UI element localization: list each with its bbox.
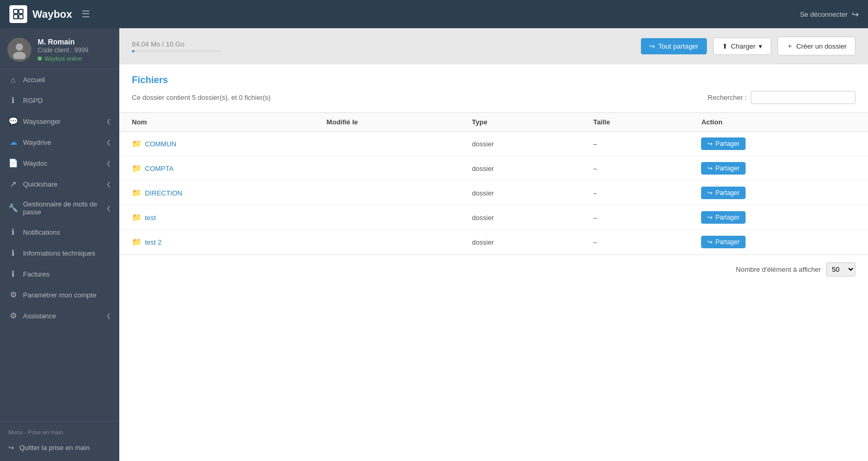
search-input[interactable] [751,91,855,104]
sidebar-item-infos-techniques[interactable]: ℹ Informations techniques [0,243,119,263]
table-row: 📁 COMPTA dossier – ↪ Partager [119,156,868,181]
col-modified: Modifié le [314,113,459,132]
sidebar-item-notifications[interactable]: ℹ Notifications [0,222,119,243]
page-size-select[interactable]: 50 10 25 100 [826,262,855,276]
folder-icon-test: 📁 [132,213,142,222]
share-all-label: Tout partager [658,42,698,50]
status-dot [38,56,42,61]
hamburger-icon[interactable]: ☰ [82,8,90,20]
svg-point-5 [13,52,26,59]
files-count: Ce dossier contient 5 dossier(s), et 0 f… [132,94,270,101]
chevron-waydrive: ❮ [106,139,111,146]
nav-label-notifications: Notifications [23,228,111,236]
cell-action-commun: ↪ Partager [689,132,868,156]
upload-chevron: ▾ [759,42,762,50]
cell-nom: 📁 test 2 [119,230,314,255]
share-button-commun[interactable]: ↪ Partager [701,137,746,150]
sidebar-item-quickshare[interactable]: ↗ Quickshare ❮ [0,174,119,194]
chevron-assistance: ❮ [106,313,111,319]
table-head: Nom Modifié le Type Taille Action [119,113,868,132]
quit-prise-en-main[interactable]: ↪ Quitter la prise en main [0,439,119,457]
files-footer: Nombre d'élément à afficher 50 10 25 100 [119,255,868,284]
share-button-test2[interactable]: ↪ Partager [701,236,746,248]
nav-label-parametrer: Paramétrer mon compte [23,291,111,299]
logo-icon [9,5,27,23]
sidebar-item-rgpd[interactable]: ℹ RGPD [0,90,119,111]
table-row: 📁 test 2 dossier – ↪ Partager [119,230,868,255]
svg-rect-0 [14,9,18,14]
home-icon: ⌂ [8,75,18,84]
share-button-direction[interactable]: ↪ Partager [701,187,746,199]
info-icon-factures: ℹ [8,269,18,279]
pagination-label: Nombre d'élément à afficher [736,266,821,273]
folder-icon-direction: 📁 [132,188,142,198]
folder-name-compta: COMPTA [145,165,174,172]
chat-icon: 💬 [8,117,18,126]
cell-action-direction: ↪ Partager [689,181,868,205]
toolbar: 84.04 Mo / 10 Go ↪ Tout partager ⬆ Charg… [119,28,868,64]
sidebar-item-assistance[interactable]: ⚙ Assistance ❮ [0,305,119,326]
sidebar-item-gestionnaire[interactable]: 🔧 Gestionnaire de mots de passe ❮ [0,194,119,222]
folder-link-direction[interactable]: 📁 DIRECTION [132,188,301,198]
create-folder-icon: ＋ [786,41,793,51]
cell-action-test: ↪ Partager [689,205,868,230]
files-title: Fichiers [132,75,168,86]
create-folder-button[interactable]: ＋ Créer un dossier [777,37,855,55]
cell-type-test: dossier [459,205,581,230]
folder-name-test2: test 2 [145,238,162,246]
folder-link-test[interactable]: 📁 test [132,213,301,222]
chevron-wayssenger: ❮ [106,118,111,125]
gear-icon-assistance: ⚙ [8,311,18,320]
col-action: Action [689,113,868,132]
sidebar-item-waydoc[interactable]: 📄 Waydoc ❮ [0,153,119,174]
chevron-gestionnaire: ❮ [106,205,111,212]
storage-bar [132,50,221,52]
info-icon-rgpd: ℹ [8,96,18,105]
table-row: 📁 DIRECTION dossier – ↪ Partager [119,181,868,205]
nav-label-rgpd: RGPD [23,97,111,105]
share-button-compta[interactable]: ↪ Partager [701,162,746,175]
folder-name-commun: COMMUN [145,140,176,148]
quit-icon: ↪ [8,444,14,452]
share-icon-commun: ↪ [707,140,713,147]
sidebar-item-parametrer[interactable]: ⚙ Paramétrer mon compte [0,284,119,305]
cell-modified-commun [314,132,459,156]
folder-link-commun[interactable]: 📁 COMMUN [132,139,301,148]
chevron-waydoc: ❮ [106,160,111,167]
sidebar-profile: M. Romain Code client : 9999 Waybox onli… [0,28,119,70]
menu-prise-en-main: Menu - Prise en main [0,426,119,439]
nav-label-factures: Factures [23,270,111,278]
cell-modified-direction [314,181,459,205]
sidebar-item-accueil[interactable]: ⌂ Accueil [0,70,119,90]
disconnect-icon[interactable]: ↪ [852,9,859,19]
info-icon-tech: ℹ [8,248,18,258]
files-header: Fichiers [119,64,868,91]
key-icon: 🔧 [8,203,18,213]
profile-status: Waybox online [38,55,112,62]
share-icon-test: ↪ [707,214,713,221]
share-label-test2: Partager [715,238,739,246]
sidebar-item-waydrive[interactable]: ☁ Waydrive ❮ [0,132,119,153]
cell-type-direction: dossier [459,181,581,205]
app-name: Waybox [32,8,72,20]
share-all-button[interactable]: ↪ Tout partager [641,38,707,54]
sidebar-item-factures[interactable]: ℹ Factures [0,263,119,284]
cell-taille-commun: – [581,132,689,156]
share-icon: ↗ [8,179,18,189]
topnav-right: Se déconnecter ↪ [800,9,859,19]
nav-label-waydrive: Waydrive [23,139,101,146]
share-button-test[interactable]: ↪ Partager [701,211,746,224]
nav-label-infos-techniques: Informations techniques [23,249,111,257]
folder-icon-compta: 📁 [132,164,142,173]
share-all-icon: ↪ [649,42,655,50]
col-type: Type [459,113,581,132]
folder-link-test2[interactable]: 📁 test 2 [132,237,301,247]
info-icon-notif: ℹ [8,227,18,237]
files-table: Nom Modifié le Type Taille Action 📁 COMM… [119,112,868,255]
svg-rect-2 [14,15,18,19]
share-label-commun: Partager [715,140,739,147]
sidebar-item-wayssenger[interactable]: 💬 Wayssenger ❮ [0,111,119,132]
folder-link-compta[interactable]: 📁 COMPTA [132,164,301,173]
upload-button[interactable]: ⬆ Charger ▾ [713,38,771,55]
cell-nom: 📁 COMPTA [119,156,314,181]
